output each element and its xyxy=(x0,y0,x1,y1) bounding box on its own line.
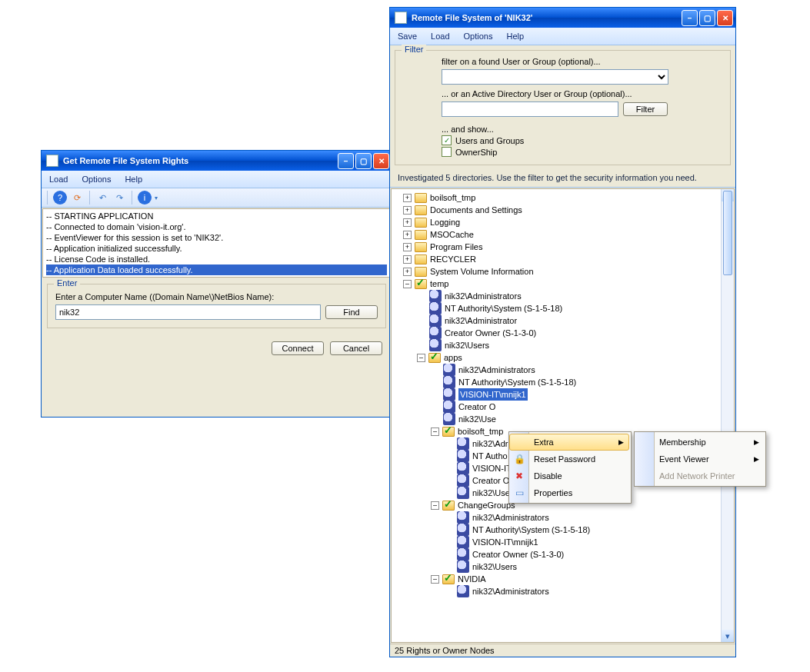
tree-node-label: nik32\Administrators xyxy=(445,290,522,302)
context-menu-item: Add Network Printer xyxy=(635,467,764,484)
menu-load[interactable]: Load xyxy=(425,30,455,42)
chk-users-groups[interactable]: ✓Users and Groups xyxy=(442,135,722,145)
log-line: -- STARTING APPLICATION xyxy=(46,211,387,221)
context-menu-item[interactable]: Extra▶ xyxy=(509,434,629,451)
tree-toggle-icon[interactable]: + xyxy=(403,243,412,251)
menu-options[interactable]: Options xyxy=(458,30,499,42)
tree-user-node[interactable]: NT Authority\System (S-1-5-18) xyxy=(394,302,721,314)
tree-folder-node[interactable]: –temp xyxy=(394,278,721,290)
log-line: -- EventViewer for this session is set t… xyxy=(46,232,387,243)
minimize-button[interactable]: – xyxy=(338,153,354,169)
tree-user-node[interactable]: VISION-IT\mnijk1 xyxy=(394,536,721,548)
help-icon[interactable]: ? xyxy=(53,191,67,205)
context-menu-label: Disable xyxy=(534,471,562,481)
found-user-select[interactable] xyxy=(442,69,668,85)
tree-user-node[interactable]: nik32\Use xyxy=(394,413,721,425)
tree-user-node[interactable]: nik32\Users xyxy=(394,561,721,573)
titlebar[interactable]: Get Remote File System Rights – ▢ ✕ xyxy=(42,151,392,171)
tree-toggle-icon[interactable]: – xyxy=(431,575,439,584)
find-button[interactable]: Find xyxy=(325,305,378,319)
tree-user-node[interactable]: VISION-IT\mnijk1 xyxy=(394,388,721,401)
tree-toggle-icon[interactable]: + xyxy=(403,206,412,215)
filter-legend: Filter xyxy=(402,45,426,54)
tree-view[interactable]: +boilsoft_tmp+Documents and Settings+Log… xyxy=(392,189,721,642)
tree-user-node[interactable]: nik32\Administrators xyxy=(394,511,721,524)
menu-save[interactable]: Save xyxy=(392,30,423,42)
tree-folder-node[interactable]: +System Volume Information xyxy=(394,265,721,278)
close-button[interactable]: ✕ xyxy=(717,10,733,26)
refresh-icon[interactable]: ⟳ xyxy=(70,191,84,205)
tree-node-label: apps xyxy=(444,351,462,364)
tree-toggle-icon[interactable]: – xyxy=(417,354,425,362)
minimize-button[interactable]: – xyxy=(682,10,698,26)
close-button[interactable]: ✕ xyxy=(373,153,389,169)
menu-options[interactable]: Options xyxy=(75,173,117,185)
tree-toggle-icon[interactable]: + xyxy=(403,194,412,202)
tree-user-node[interactable]: Creator Owner (S-1-3-0) xyxy=(394,327,721,339)
tree-folder-node[interactable]: +boilsoft_tmp xyxy=(394,191,721,204)
maximize-button[interactable]: ▢ xyxy=(355,153,372,169)
filter-button[interactable]: Filter xyxy=(623,102,668,116)
info-line: Investigated 5 directories. Use the filt… xyxy=(390,170,735,188)
tree-node-label: Logging xyxy=(430,216,460,228)
tree-user-node[interactable]: NT Authority\System (S-1-5-18) xyxy=(394,376,721,388)
tree-folder-node[interactable]: +Program Files xyxy=(394,241,721,253)
tree-folder-node[interactable]: +RECYCLER xyxy=(394,253,721,265)
remote-fs-window: Remote File System of 'NIK32' – ▢ ✕ Save… xyxy=(389,7,736,657)
tree-folder-node[interactable]: +Logging xyxy=(394,216,721,228)
tree-user-node[interactable]: nik32\Administrator xyxy=(394,314,721,327)
context-submenu[interactable]: Membership▶Event Viewer▶Add Network Prin… xyxy=(634,431,766,487)
scrollbar[interactable]: ▴ ▾ xyxy=(721,189,734,642)
titlebar[interactable]: Remote File System of 'NIK32' – ▢ ✕ xyxy=(390,8,735,28)
tree-node-label: boilsoft_tmp xyxy=(458,425,503,437)
log-line: -- Application Data loaded successfully. xyxy=(46,264,387,275)
tree-user-node[interactable]: NT Authority\System (S-1-5-18) xyxy=(394,524,721,536)
context-menu-item[interactable]: Membership▶ xyxy=(635,434,764,451)
tree-node-label: nik32\Administrator xyxy=(445,314,517,327)
menu-load[interactable]: Load xyxy=(43,173,74,185)
folder-check-icon xyxy=(442,501,455,511)
cancel-button[interactable]: Cancel xyxy=(330,341,382,355)
tree-user-node[interactable]: nik32\Administrators xyxy=(394,585,721,597)
context-menu-item[interactable]: ▭Properties xyxy=(509,484,629,501)
tree-folder-node[interactable]: +Documents and Settings xyxy=(394,204,721,216)
tree-folder-node[interactable]: +MSOCache xyxy=(394,228,721,241)
tree-toggle-icon[interactable]: + xyxy=(403,231,412,239)
tree-folder-node[interactable]: –NVIDIA xyxy=(394,573,721,585)
redo-icon[interactable]: ↷ xyxy=(112,191,126,205)
tree-user-node[interactable]: nik32\Users xyxy=(394,339,721,351)
tree-node-label: nik32\Users xyxy=(472,561,517,573)
context-menu-item[interactable]: ✖Disable xyxy=(509,467,629,484)
menu-help[interactable]: Help xyxy=(118,173,148,185)
context-menu-item[interactable]: 🔒Reset Password xyxy=(509,451,629,467)
tree-toggle-icon[interactable]: + xyxy=(403,218,412,227)
tree-toggle-icon[interactable]: + xyxy=(403,268,412,276)
tree-user-node[interactable]: nik32\Administrators xyxy=(394,290,721,302)
chk-ownership[interactable]: OwnerShip xyxy=(442,147,722,157)
context-menu-item[interactable]: Event Viewer▶ xyxy=(635,451,764,467)
computer-name-input[interactable] xyxy=(55,304,321,320)
tree-node-label: NT Autho xyxy=(472,450,508,462)
context-menu[interactable]: Extra▶🔒Reset Password✖Disable▭Properties xyxy=(508,431,632,504)
tree-toggle-icon[interactable]: – xyxy=(403,280,412,288)
tree-node-label: NT Authority\System (S-1-5-18) xyxy=(458,376,576,388)
context-menu-label: Properties xyxy=(534,488,572,497)
scroll-down-icon[interactable]: ▾ xyxy=(722,630,734,642)
tree-toggle-icon[interactable]: – xyxy=(431,427,439,436)
info-icon[interactable]: i xyxy=(138,191,152,205)
undo-icon[interactable]: ↶ xyxy=(95,191,109,205)
tree-user-node[interactable]: nik32\Administrators xyxy=(394,364,721,376)
ad-user-input[interactable] xyxy=(442,101,618,117)
tree-user-node[interactable]: Creator Owner (S-1-3-0) xyxy=(394,548,721,561)
connect-button[interactable]: Connect xyxy=(272,341,324,355)
user-icon xyxy=(457,474,469,487)
tree-user-node[interactable]: Creator O xyxy=(394,401,721,413)
folder-icon xyxy=(415,254,427,264)
scroll-thumb[interactable] xyxy=(723,191,732,275)
user-icon xyxy=(457,437,469,450)
tree-folder-node[interactable]: –apps xyxy=(394,351,721,364)
maximize-button[interactable]: ▢ xyxy=(699,10,715,26)
tree-toggle-icon[interactable]: – xyxy=(431,501,439,510)
tree-toggle-icon[interactable]: + xyxy=(403,255,412,264)
menu-help[interactable]: Help xyxy=(500,30,530,42)
